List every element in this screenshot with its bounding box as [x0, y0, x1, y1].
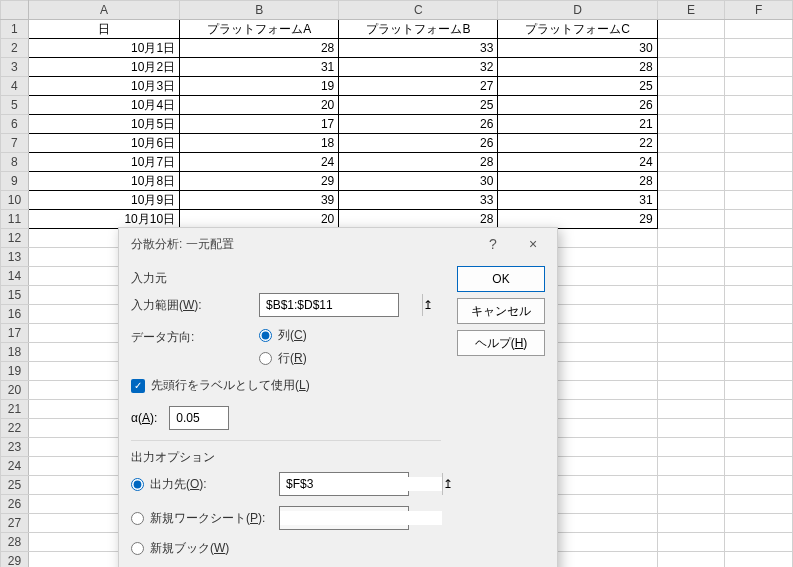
cell-E8[interactable] [657, 153, 725, 172]
row-header[interactable]: 7 [1, 134, 29, 153]
cell-A7[interactable]: 10月6日 [28, 134, 179, 153]
help-button[interactable]: ヘルプ(H) [457, 330, 545, 356]
row-header[interactable]: 24 [1, 457, 29, 476]
cell-F23[interactable] [725, 438, 793, 457]
cell-E17[interactable] [657, 324, 725, 343]
help-icon[interactable]: ? [473, 230, 513, 258]
row-header[interactable]: 9 [1, 172, 29, 191]
cell-E20[interactable] [657, 381, 725, 400]
cell-C10[interactable]: 33 [339, 191, 498, 210]
cell-E24[interactable] [657, 457, 725, 476]
cell-E7[interactable] [657, 134, 725, 153]
cell-E4[interactable] [657, 77, 725, 96]
direction-column-radio[interactable]: 列(C) [259, 327, 307, 344]
col-header-A[interactable]: A [28, 1, 179, 20]
cell-A8[interactable]: 10月7日 [28, 153, 179, 172]
cell-C1[interactable]: プラットフォームB [339, 20, 498, 39]
cell-F27[interactable] [725, 514, 793, 533]
cell-C8[interactable]: 28 [339, 153, 498, 172]
cell-E6[interactable] [657, 115, 725, 134]
cell-A3[interactable]: 10月2日 [28, 58, 179, 77]
cell-F11[interactable] [725, 210, 793, 229]
row-header[interactable]: 20 [1, 381, 29, 400]
alpha-field[interactable] [170, 411, 228, 425]
cell-F8[interactable] [725, 153, 793, 172]
cell-E19[interactable] [657, 362, 725, 381]
cell-B1[interactable]: プラットフォームA [180, 20, 339, 39]
ok-button[interactable]: OK [457, 266, 545, 292]
row-header[interactable]: 19 [1, 362, 29, 381]
row-header[interactable]: 21 [1, 400, 29, 419]
cell-F13[interactable] [725, 248, 793, 267]
cell-A4[interactable]: 10月3日 [28, 77, 179, 96]
cell-E11[interactable] [657, 210, 725, 229]
cell-B3[interactable]: 31 [180, 58, 339, 77]
cell-F29[interactable] [725, 552, 793, 568]
cell-B5[interactable]: 20 [180, 96, 339, 115]
select-all-corner[interactable] [1, 1, 29, 20]
row-header[interactable]: 29 [1, 552, 29, 568]
cell-A9[interactable]: 10月8日 [28, 172, 179, 191]
row-header[interactable]: 11 [1, 210, 29, 229]
row-header[interactable]: 13 [1, 248, 29, 267]
cell-E18[interactable] [657, 343, 725, 362]
cell-A1[interactable]: 日 [28, 20, 179, 39]
row-header[interactable]: 8 [1, 153, 29, 172]
cell-C7[interactable]: 26 [339, 134, 498, 153]
cell-F18[interactable] [725, 343, 793, 362]
cell-E5[interactable] [657, 96, 725, 115]
cell-D6[interactable]: 21 [498, 115, 657, 134]
cell-D11[interactable]: 29 [498, 210, 657, 229]
col-header-E[interactable]: E [657, 1, 725, 20]
row-header[interactable]: 1 [1, 20, 29, 39]
range-picker-icon[interactable]: ↥ [442, 473, 453, 495]
cell-D4[interactable]: 25 [498, 77, 657, 96]
row-header[interactable]: 15 [1, 286, 29, 305]
cell-B10[interactable]: 39 [180, 191, 339, 210]
cell-F4[interactable] [725, 77, 793, 96]
cell-D7[interactable]: 22 [498, 134, 657, 153]
row-header[interactable]: 28 [1, 533, 29, 552]
cell-F12[interactable] [725, 229, 793, 248]
cell-B7[interactable]: 18 [180, 134, 339, 153]
cell-A10[interactable]: 10月9日 [28, 191, 179, 210]
labels-first-row-checkbox[interactable]: ✓ 先頭行をラベルとして使用(L) [131, 377, 441, 394]
cell-E21[interactable] [657, 400, 725, 419]
cell-F25[interactable] [725, 476, 793, 495]
cell-D10[interactable]: 31 [498, 191, 657, 210]
row-header[interactable]: 16 [1, 305, 29, 324]
cell-E27[interactable] [657, 514, 725, 533]
cell-F2[interactable] [725, 39, 793, 58]
cell-F22[interactable] [725, 419, 793, 438]
output-destination-field[interactable] [280, 477, 442, 491]
cell-F19[interactable] [725, 362, 793, 381]
cell-F9[interactable] [725, 172, 793, 191]
cell-A2[interactable]: 10月1日 [28, 39, 179, 58]
row-header[interactable]: 3 [1, 58, 29, 77]
cancel-button[interactable]: キャンセル [457, 298, 545, 324]
cell-C5[interactable]: 25 [339, 96, 498, 115]
cell-E28[interactable] [657, 533, 725, 552]
cell-E2[interactable] [657, 39, 725, 58]
cell-D8[interactable]: 24 [498, 153, 657, 172]
col-header-D[interactable]: D [498, 1, 657, 20]
row-header[interactable]: 22 [1, 419, 29, 438]
row-header[interactable]: 4 [1, 77, 29, 96]
cell-F10[interactable] [725, 191, 793, 210]
cell-F15[interactable] [725, 286, 793, 305]
col-header-F[interactable]: F [725, 1, 793, 20]
cell-F24[interactable] [725, 457, 793, 476]
dialog-titlebar[interactable]: 分散分析: 一元配置 ? × [119, 228, 557, 260]
row-header[interactable]: 6 [1, 115, 29, 134]
new-worksheet-field[interactable] [280, 511, 442, 525]
new-workbook-radio[interactable]: 新規ブック(W) [131, 540, 229, 557]
cell-D5[interactable]: 26 [498, 96, 657, 115]
col-header-C[interactable]: C [339, 1, 498, 20]
cell-E25[interactable] [657, 476, 725, 495]
cell-E1[interactable] [657, 20, 725, 39]
cell-F16[interactable] [725, 305, 793, 324]
row-header[interactable]: 2 [1, 39, 29, 58]
row-header[interactable]: 5 [1, 96, 29, 115]
cell-C2[interactable]: 33 [339, 39, 498, 58]
cell-E9[interactable] [657, 172, 725, 191]
